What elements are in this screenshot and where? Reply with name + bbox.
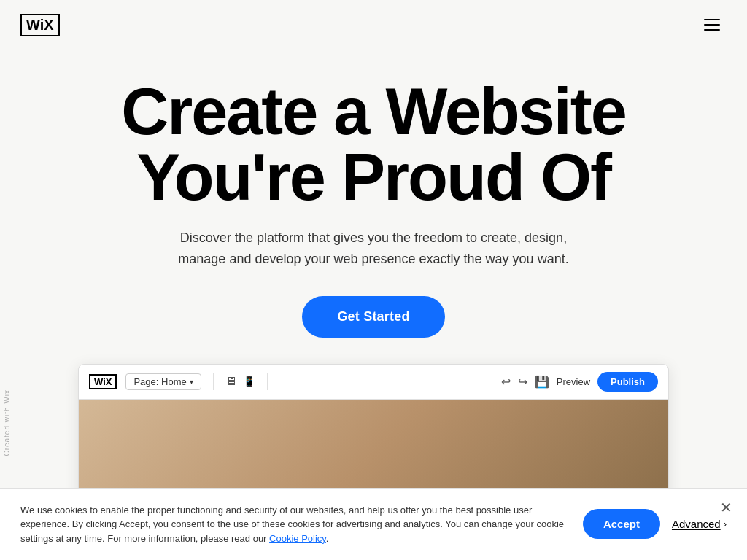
header-divider (0, 50, 747, 50)
editor-toolbar-logo: WiX (89, 374, 117, 389)
side-label-text: Created with Wix (3, 389, 11, 456)
hamburger-menu[interactable] (697, 10, 727, 39)
toolbar-right: ↩ ↪ 💾 Preview Publish (501, 372, 658, 392)
hamburger-line-1 (704, 19, 720, 20)
get-started-button[interactable]: Get Started (302, 296, 444, 338)
advanced-label: Advanced (672, 518, 721, 530)
desktop-icon[interactable]: 🖥 (225, 375, 237, 388)
toolbar-device-icons: 🖥 📱 (225, 375, 255, 388)
undo-icon[interactable]: ↩ (501, 375, 511, 389)
toolbar-separator-2 (267, 373, 268, 390)
cookie-policy-link[interactable]: Cookie Policy (269, 533, 326, 544)
header: WiX (0, 0, 747, 50)
wix-logo[interactable]: WiX (20, 14, 60, 36)
toolbar-separator-1 (213, 373, 214, 390)
main-content: Create a Website You're Proud Of Discove… (0, 0, 747, 510)
hero-title: Create a Website You're Proud Of (121, 79, 626, 210)
cookie-buttons: Accept Advanced › (583, 509, 727, 539)
hamburger-line-2 (704, 24, 720, 26)
editor-page-selector[interactable]: Page: Home ▾ (125, 373, 201, 390)
advanced-cookies-button[interactable]: Advanced › (672, 518, 727, 530)
cookie-banner: We use cookies to enable the proper func… (0, 488, 747, 561)
chevron-right-icon: › (724, 518, 727, 529)
redo-icon[interactable]: ↪ (518, 375, 527, 389)
mobile-icon[interactable]: 📱 (243, 376, 255, 387)
cookie-text: We use cookies to enable the proper func… (20, 503, 568, 546)
hero-subtitle: Discover the platform that gives you the… (177, 228, 570, 270)
accept-cookies-button[interactable]: Accept (583, 509, 660, 539)
publish-button[interactable]: Publish (597, 372, 658, 392)
close-cookie-banner-button[interactable]: ✕ (720, 500, 732, 515)
hamburger-line-3 (704, 29, 720, 31)
hero-title-line2: You're Proud Of (136, 141, 611, 214)
hero-title-line1: Create a Website (121, 75, 626, 148)
side-label: Created with Wix (0, 379, 13, 467)
save-icon[interactable]: 💾 (535, 375, 549, 389)
logo-text: WiX (20, 14, 60, 36)
preview-label[interactable]: Preview (557, 376, 590, 387)
editor-toolbar: WiX Page: Home ▾ 🖥 📱 ↩ ↪ 💾 Preview Publi… (79, 365, 668, 400)
